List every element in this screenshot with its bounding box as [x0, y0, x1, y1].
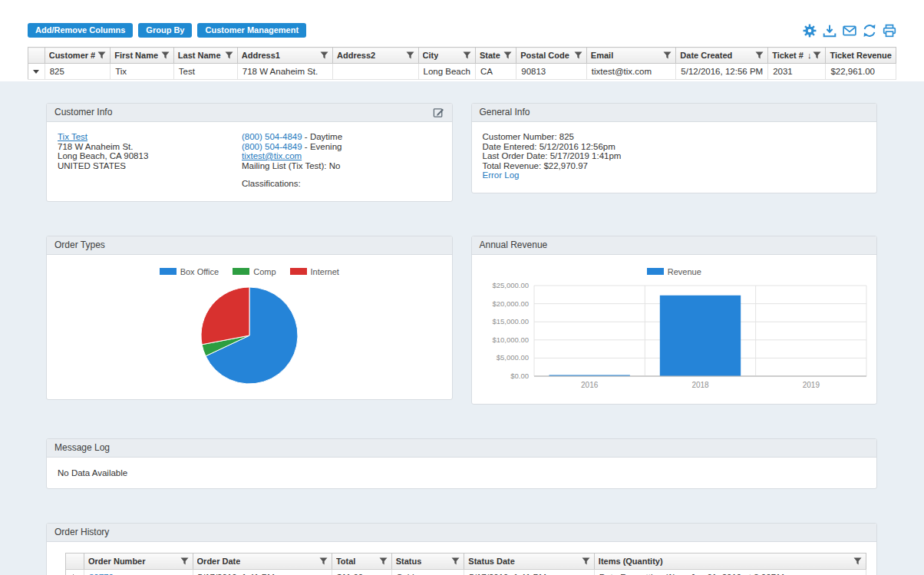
filter-icon[interactable]: [97, 51, 106, 59]
column-header-status[interactable]: Status: [391, 553, 464, 569]
customer-management-button[interactable]: Customer Management: [197, 23, 306, 38]
settings-gear-icon[interactable]: [803, 24, 817, 38]
order-number-link[interactable]: 30770: [89, 573, 114, 575]
edit-customer-icon[interactable]: [433, 107, 444, 118]
toolbar: Add/Remove Columns Group By Customer Man…: [28, 23, 896, 38]
cell-email: tixtest@tix.com: [586, 64, 676, 80]
customer-email-link[interactable]: tixtest@tix.com: [242, 151, 302, 160]
bar-legend: Revenue: [472, 267, 877, 276]
panel-title: Order History: [54, 527, 109, 538]
column-label: Postal Code: [520, 51, 569, 60]
column-label: Order Date: [197, 557, 241, 566]
customer-grid-row[interactable]: 825 Tix Test 718 W Anaheim St. Long Beac…: [28, 64, 896, 80]
column-header-email[interactable]: Email: [586, 48, 676, 64]
panel-title: Annual Revenue: [480, 240, 548, 251]
filter-icon[interactable]: [451, 557, 460, 565]
column-header-items-quantity[interactable]: Items (Quantity): [594, 553, 866, 569]
toolbar-icons: [803, 24, 896, 38]
order-history-panel: Order History Order Number Order Date To…: [46, 523, 877, 575]
add-remove-columns-button[interactable]: Add/Remove Columns: [28, 23, 133, 38]
group-by-button[interactable]: Group By: [138, 23, 192, 38]
cell-ticket-number: 2031: [768, 64, 826, 80]
phone-daytime-link[interactable]: (800) 504-4849: [242, 132, 302, 141]
filter-icon[interactable]: [663, 51, 672, 59]
filter-icon[interactable]: [161, 51, 170, 59]
column-header-total[interactable]: Total: [332, 553, 391, 569]
column-header-order-number[interactable]: Order Number: [84, 553, 193, 569]
filter-icon[interactable]: [406, 51, 414, 59]
cell-status: Sold: [391, 569, 464, 575]
cell-order-date: 5/17/2019, 1:41 PM: [193, 569, 332, 575]
filter-icon[interactable]: [813, 51, 821, 59]
column-header-postal-code[interactable]: Postal Code: [516, 48, 587, 64]
svg-text:$20,000.00: $20,000.00: [493, 299, 530, 307]
order-types-chart: Box OfficeCompInternet: [47, 255, 452, 399]
column-label: City: [423, 51, 439, 60]
column-label: Last Name: [178, 51, 221, 60]
column-label: Address1: [242, 51, 280, 60]
column-header-city[interactable]: City: [418, 48, 475, 64]
refresh-icon[interactable]: [863, 24, 876, 38]
customer-grid: Customer # First Name Last Name Address1…: [28, 47, 896, 80]
customer-country: UNITED STATES: [58, 161, 242, 171]
cell-status-date: 5/17/2019, 1:41 PM: [464, 569, 594, 575]
column-header-first-name[interactable]: First Name: [111, 48, 174, 64]
column-header-customer-number[interactable]: Customer #: [45, 48, 111, 64]
svg-text:$15,000.00: $15,000.00: [493, 317, 530, 326]
column-header-order-date[interactable]: Order Date: [193, 553, 332, 569]
expander-column-header: [28, 48, 45, 64]
filter-icon[interactable]: [320, 51, 328, 59]
cell-total: $11.00: [332, 569, 391, 575]
filter-icon[interactable]: [225, 51, 233, 59]
filter-icon[interactable]: [582, 557, 590, 565]
panel-title: Customer Info: [54, 107, 112, 118]
message-log-empty-text: No Data Available: [47, 458, 876, 488]
legend-item: Box Office: [160, 267, 219, 276]
column-header-last-name[interactable]: Last Name: [173, 48, 237, 64]
annual-revenue-panel: Annual Revenue Revenue $0.00$5,000.00$10…: [471, 236, 878, 405]
column-label: Order Number: [88, 557, 146, 566]
order-history-row[interactable]: 30770 5/17/2019, 1:41 PM $11.00 Sold 5/1…: [66, 569, 866, 575]
filter-icon[interactable]: [319, 557, 328, 565]
filter-icon[interactable]: [463, 51, 471, 59]
customer-contact-block: (800) 504-4849 - Daytime (800) 504-4849 …: [242, 132, 441, 189]
legend-item: Internet: [290, 267, 339, 276]
classifications-label: Classifications:: [242, 179, 441, 189]
customer-address-block: Tix Test 718 W Anaheim St. Long Beach, C…: [58, 132, 242, 189]
detail-content: Customer Info Tix Test 718 W Anaheim St.…: [0, 81, 924, 575]
phone-evening-suffix: - Evening: [302, 142, 342, 151]
cell-state: CA: [475, 64, 516, 80]
column-header-date-created[interactable]: Date Created: [676, 48, 768, 64]
phone-evening-link[interactable]: (800) 504-4849: [242, 142, 302, 151]
column-header-ticket-revenue[interactable]: Ticket Revenue: [826, 48, 896, 64]
cell-customer-number: 825: [45, 64, 111, 80]
email-envelope-icon[interactable]: [843, 24, 856, 38]
customer-address2: Long Beach, CA 90813: [58, 151, 242, 161]
filter-icon[interactable]: [574, 51, 582, 59]
filter-icon[interactable]: [755, 51, 764, 59]
filter-icon[interactable]: [503, 51, 512, 59]
cell-date-created: 5/12/2016, 12:56 PM: [676, 64, 768, 80]
filter-icon[interactable]: [379, 557, 388, 565]
filter-icon[interactable]: [180, 557, 189, 565]
error-log-link[interactable]: Error Log: [483, 170, 520, 180]
column-label: Customer #: [49, 51, 96, 60]
svg-text:$5,000.00: $5,000.00: [497, 353, 529, 362]
column-label: State: [480, 51, 500, 60]
column-header-address2[interactable]: Address2: [333, 48, 419, 64]
column-header-status-date[interactable]: Status Date: [464, 553, 594, 569]
column-header-ticket-number[interactable]: Ticket #↓: [768, 48, 826, 64]
column-header-state[interactable]: State: [475, 48, 516, 64]
order-types-panel: Order Types Box OfficeCompInternet: [46, 236, 453, 400]
filter-icon[interactable]: [853, 557, 862, 565]
cell-postal-code: 90813: [516, 64, 587, 80]
download-export-icon[interactable]: [823, 24, 837, 38]
column-header-address1[interactable]: Address1: [237, 48, 332, 64]
row-expander-expanded-icon[interactable]: [33, 70, 39, 74]
mailing-list-status: Mailing List (Tix Test): No: [242, 161, 441, 171]
column-label: Ticket Revenue: [830, 51, 892, 60]
customer-name-link[interactable]: Tix Test: [58, 132, 87, 141]
cell-city: Long Beach: [418, 64, 475, 80]
print-icon[interactable]: [883, 24, 896, 38]
bar-chart: $0.00$5,000.00$10,000.00$15,000.00$20,00…: [474, 279, 873, 393]
